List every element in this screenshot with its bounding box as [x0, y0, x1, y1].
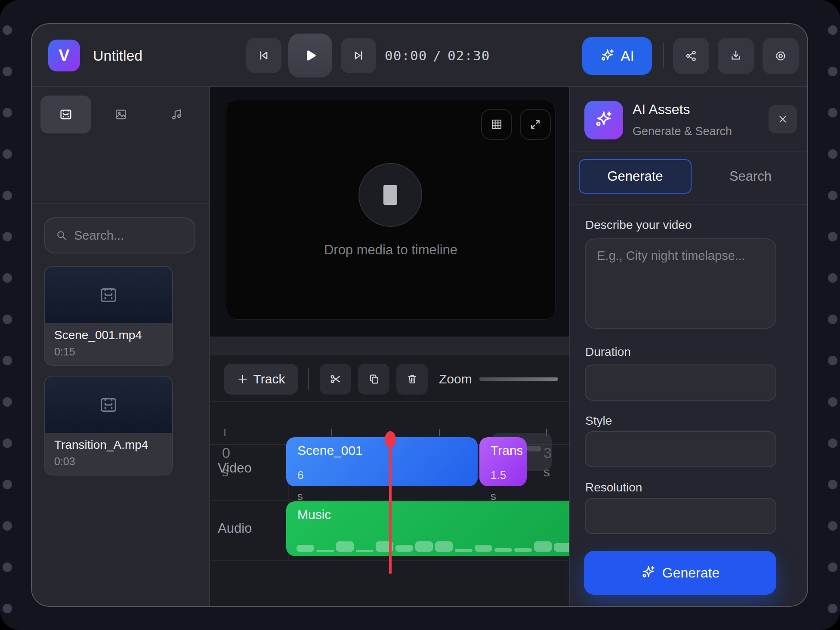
bezel-dot	[828, 273, 837, 283]
download-button[interactable]	[718, 38, 754, 74]
waveform-bar	[435, 541, 453, 552]
image-icon	[114, 108, 128, 121]
skip-back-icon	[256, 48, 271, 63]
bezel-dot	[828, 191, 837, 200]
gear-icon	[774, 49, 788, 63]
timecode: 00:00 / 02:30	[385, 24, 490, 87]
media-duration: 0:03	[54, 455, 163, 468]
describe-textarea[interactable]	[585, 238, 776, 329]
search-input[interactable]	[74, 229, 184, 243]
media-thumbnail	[45, 377, 172, 433]
media-info: Scene_001.mp4 0:15	[45, 323, 172, 363]
time-current: 00:00	[385, 48, 427, 63]
trash-icon	[406, 373, 419, 386]
search-icon	[55, 229, 68, 242]
bezel-dot	[828, 439, 837, 448]
ai-assets-button[interactable]: AI	[582, 37, 652, 75]
sidebar-tab-video[interactable]	[40, 96, 91, 133]
waveform-bar	[296, 545, 314, 552]
add-track-label: Track	[253, 372, 285, 386]
cut-button[interactable]	[320, 364, 351, 395]
play-icon	[302, 47, 319, 64]
clip-duration: 1.5	[491, 469, 506, 482]
tab-generate[interactable]: Generate	[579, 159, 692, 194]
bezel-dot	[828, 315, 837, 324]
ruler-tick	[331, 429, 332, 436]
settings-button[interactable]	[763, 38, 799, 74]
media-thumbnail	[45, 267, 172, 323]
zoom-slider[interactable]	[479, 377, 558, 381]
search-box	[44, 217, 195, 253]
bezel-dot	[828, 562, 837, 572]
sparkle-icon	[600, 48, 615, 64]
video-clip-transition-a[interactable]: Transition_A 1.5 s	[479, 437, 527, 486]
close-panel-button[interactable]	[769, 105, 797, 133]
bezel-dot	[3, 356, 12, 365]
playhead-handle[interactable]	[385, 431, 396, 448]
media-item-transition-a[interactable]: Transition_A.mp4 0:03	[44, 376, 173, 476]
grid-overlay-button[interactable]	[481, 109, 512, 140]
bezel-dot	[3, 562, 12, 572]
copy-icon	[368, 373, 380, 386]
media-item-scene-001[interactable]: Scene_001.mp4 0:15	[44, 266, 173, 366]
duration-label: Duration	[585, 345, 631, 359]
duration-input[interactable]	[585, 364, 776, 401]
bezel-dot	[828, 604, 837, 613]
ai-panel-icon	[584, 101, 623, 139]
bezel-dot	[828, 25, 837, 35]
bezel-dot	[828, 521, 837, 531]
play-button[interactable]	[288, 34, 332, 77]
ai-assets-panel: AI Assets Generate & Search Generate Sea…	[569, 87, 808, 607]
generate-button-label: Generate	[662, 565, 720, 581]
toolbar-border	[210, 401, 569, 402]
bezel-dot	[3, 439, 12, 448]
bezel-dot	[3, 273, 12, 283]
clip-duration: 6	[297, 469, 303, 482]
generate-button[interactable]: Generate	[584, 551, 776, 595]
skip-back-button[interactable]	[246, 38, 281, 73]
app-logo-letter: V	[59, 46, 69, 65]
plus-icon	[237, 374, 248, 385]
share-button[interactable]	[673, 38, 709, 74]
toolbar-divider	[308, 368, 309, 390]
clip-name: Transition_A	[491, 443, 522, 458]
bezel-dot	[828, 356, 837, 365]
media-info: Transition_A.mp4 0:03	[45, 433, 172, 473]
style-input[interactable]	[585, 431, 776, 467]
app-logo: V	[48, 40, 80, 71]
panel-divider	[570, 151, 808, 152]
zoom-label: Zoom	[439, 364, 472, 395]
bezel-dot	[3, 232, 12, 241]
skip-forward-icon	[351, 48, 366, 63]
video-clip-scene-001[interactable]: Scene_001 6 s	[286, 437, 478, 486]
bezel-dot	[3, 397, 12, 407]
style-label: Style	[585, 414, 612, 428]
tab-search[interactable]: Search	[699, 159, 802, 194]
preview-timeline-band	[210, 337, 569, 355]
fullscreen-button[interactable]	[520, 109, 551, 140]
grid-icon	[490, 118, 503, 131]
skip-forward-button[interactable]	[341, 38, 376, 73]
sidebar-tab-audio[interactable]	[151, 96, 202, 133]
add-track-button[interactable]: Track	[224, 364, 298, 395]
media-name: Scene_001.mp4	[54, 328, 163, 342]
clip-name: Music	[297, 507, 331, 522]
ai-button-label: AI	[621, 48, 634, 65]
delete-button[interactable]	[396, 364, 428, 395]
stop-shape	[383, 185, 397, 205]
app-window: V Untitled 00:00 / 02:30	[31, 23, 808, 607]
duplicate-button[interactable]	[358, 364, 389, 395]
waveform-bar	[415, 541, 433, 552]
media-duration: 0:15	[54, 346, 163, 358]
waveform-bar	[336, 541, 354, 552]
bezel-dot	[828, 67, 837, 76]
audio-clip-music[interactable]: Music	[286, 501, 569, 556]
resolution-input[interactable]	[585, 498, 776, 534]
time-separator: /	[433, 48, 442, 63]
waveform-bar	[534, 541, 552, 552]
sidebar-tab-image[interactable]	[96, 96, 146, 133]
editor-center: Drop media to timeline Track	[210, 87, 569, 607]
project-title[interactable]: Untitled	[93, 24, 142, 87]
media-sidebar: Scene_001.mp4 0:15 Transition_A.mp4 0:03	[32, 87, 210, 607]
bezel-dot	[828, 149, 837, 159]
